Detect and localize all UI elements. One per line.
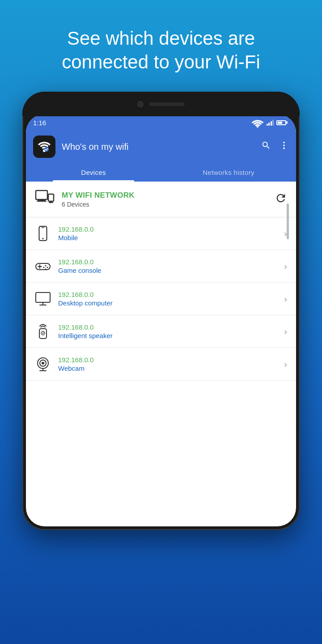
- tab-networks-history[interactable]: Networks history: [161, 162, 296, 182]
- more-options-icon[interactable]: [279, 140, 289, 153]
- device-ip-gameconsole: 192.168.0.0: [58, 258, 277, 266]
- speaker-device-icon: [35, 323, 51, 339]
- webcam-device-icon: [35, 356, 51, 372]
- status-time: 1:16: [33, 119, 46, 127]
- hero-text: See which devices are connected to your …: [0, 0, 322, 92]
- status-bar: 1:16: [26, 114, 296, 131]
- device-type-desktop: Desktop computer: [58, 299, 277, 307]
- device-info-mobile: 192.168.0.0 Mobile: [58, 225, 277, 242]
- phone-screen: 1:16: [26, 114, 296, 526]
- chevron-right-desktop: ›: [284, 294, 287, 304]
- app-bar-actions: [261, 140, 289, 153]
- camera-cutout: [137, 101, 144, 107]
- device-type-gameconsole: Game console: [58, 267, 277, 274]
- svg-point-0: [256, 126, 258, 127]
- phone-wrapper: 1:16: [22, 92, 300, 644]
- refresh-button[interactable]: [275, 192, 287, 207]
- app-bar: Who's on my wifi: [26, 131, 296, 162]
- desktop-device-icon: [35, 292, 51, 306]
- device-ip-speaker: 192.168.0.0: [58, 323, 277, 331]
- svg-point-4: [283, 144, 285, 146]
- chevron-right-webcam: ›: [284, 359, 287, 369]
- svg-point-19: [47, 267, 48, 268]
- phone-notch: [22, 92, 300, 116]
- scrollbar-indicator: [287, 203, 289, 239]
- svg-rect-8: [37, 201, 47, 202]
- svg-point-13: [42, 238, 43, 239]
- device-item-speaker[interactable]: 192.168.0.0 Intelligent speaker ›: [26, 315, 296, 348]
- svg-point-18: [45, 265, 47, 267]
- mobile-device-icon: [35, 226, 51, 241]
- device-ip-webcam: 192.168.0.0: [58, 356, 277, 364]
- battery-icon: [276, 120, 286, 125]
- speaker-cutout: [149, 102, 185, 106]
- device-ip-mobile: 192.168.0.0: [58, 225, 277, 233]
- tab-devices[interactable]: Devices: [26, 162, 161, 182]
- app-wifi-icon: [38, 141, 51, 153]
- network-header-info: MY WIFI NETWORK 6 Devices: [62, 191, 267, 208]
- chevron-right-speaker: ›: [284, 326, 287, 337]
- svg-rect-11: [49, 202, 53, 203]
- svg-point-20: [43, 267, 45, 268]
- device-info-desktop: 192.168.0.0 Desktop computer: [58, 291, 277, 307]
- svg-point-21: [45, 269, 47, 270]
- device-info-speaker: 192.168.0.0 Intelligent speaker: [58, 323, 277, 339]
- device-ip-desktop: 192.168.0.0: [58, 291, 277, 298]
- device-item-desktop[interactable]: 192.168.0.0 Desktop computer ›: [26, 283, 296, 315]
- app-icon: [33, 136, 55, 158]
- wifi-status-icon: [251, 118, 264, 127]
- chevron-right-gameconsole: ›: [284, 261, 287, 271]
- svg-point-5: [283, 148, 285, 149]
- gameconsole-device-icon: [35, 260, 51, 272]
- network-devices-count: 6 Devices: [62, 201, 267, 208]
- svg-rect-7: [38, 199, 46, 201]
- device-item-gameconsole[interactable]: 192.168.0.0 Game console ›: [26, 250, 296, 283]
- device-type-webcam: Webcam: [58, 364, 277, 372]
- device-item-mobile[interactable]: 192.168.0.0 Mobile ›: [26, 217, 296, 250]
- cell-signal-icon: [267, 119, 274, 126]
- network-header: MY WIFI NETWORK 6 Devices: [26, 182, 296, 217]
- svg-rect-14: [42, 227, 44, 228]
- search-icon[interactable]: [261, 140, 271, 153]
- network-name: MY WIFI NETWORK: [62, 191, 267, 200]
- device-info-webcam: 192.168.0.0 Webcam: [58, 356, 277, 372]
- app-title: Who's on my wifi: [62, 142, 255, 152]
- svg-rect-22: [36, 292, 50, 302]
- network-devices-icon: [35, 190, 55, 209]
- content-area: MY WIFI NETWORK 6 Devices: [26, 182, 296, 381]
- svg-point-3: [283, 142, 285, 144]
- phone-frame: 1:16: [22, 92, 300, 530]
- device-item-webcam[interactable]: 192.168.0.0 Webcam ›: [26, 348, 296, 381]
- svg-rect-9: [48, 194, 54, 201]
- status-icons: [251, 118, 287, 127]
- svg-point-30: [42, 362, 44, 364]
- tabs-bar: Devices Networks history: [26, 162, 296, 182]
- device-type-mobile: Mobile: [58, 234, 277, 242]
- svg-point-27: [42, 333, 44, 334]
- device-type-speaker: Intelligent speaker: [58, 332, 277, 339]
- svg-rect-6: [36, 191, 47, 199]
- svg-rect-10: [50, 201, 52, 202]
- battery-fill: [278, 122, 282, 124]
- device-info-gameconsole: 192.168.0.0 Game console: [58, 258, 277, 274]
